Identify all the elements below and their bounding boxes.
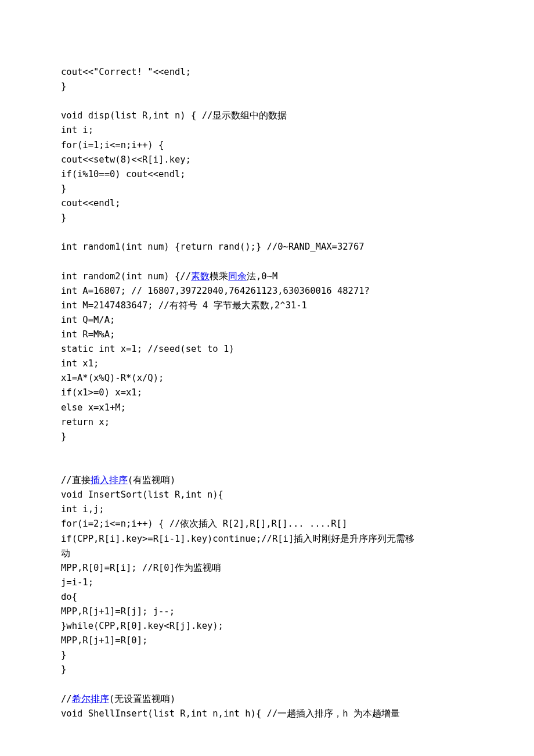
- code-text: int random1(int num) {return rand();} //…: [61, 242, 365, 252]
- code-line: //希尔排序(无设置监视哨): [61, 692, 473, 707]
- code-text: }: [61, 664, 66, 675]
- code-line: }: [61, 80, 473, 94]
- document-page: cout<<"Correct! "<<endl;} void disp(list…: [0, 0, 534, 756]
- code-line: [61, 254, 473, 269]
- code-text: if(i%10==0) cout<<endl;: [61, 169, 186, 179]
- code-text: MPP,R[j+1]=R[j]; j--;: [61, 606, 175, 617]
- code-line: void InsertSort(list R,int n){: [61, 488, 473, 502]
- code-line: void ShellInsert(list R,int n,int h){ //…: [61, 707, 473, 721]
- code-line: int M=2147483647; //有符号 4 字节最大素数,2^31-1: [61, 298, 473, 313]
- code-text: 模乘: [210, 271, 228, 282]
- code-line: int i,j;: [61, 502, 473, 517]
- code-block: cout<<"Correct! "<<endl;} void disp(list…: [61, 65, 473, 721]
- code-line: if(CPP,R[i].key>=R[i-1].key)continue;//R…: [61, 532, 473, 546]
- code-line: MPP,R[j+1]=R[0];: [61, 633, 473, 648]
- code-line: x1=A*(x%Q)-R*(x/Q);: [61, 371, 473, 386]
- code-text: int R=M%A;: [61, 329, 115, 340]
- code-text: int Q=M/A;: [61, 315, 115, 325]
- code-line: MPP,R[0]=R[i]; //R[0]作为监视哨: [61, 561, 473, 575]
- code-line: }: [61, 663, 473, 677]
- code-text: cout<<endl;: [61, 198, 121, 208]
- code-text: cout<<"Correct! "<<endl;: [61, 67, 191, 77]
- code-text: else x=x1+M;: [61, 402, 126, 413]
- code-line: [61, 678, 473, 692]
- code-text: for(i=1;i<=n;i++) {: [61, 140, 164, 150]
- code-line: int random1(int num) {return rand();} //…: [61, 240, 473, 254]
- code-line: int i;: [61, 123, 473, 138]
- code-line: }: [61, 648, 473, 663]
- link[interactable]: 希尔排序: [72, 694, 109, 704]
- code-line: [61, 459, 473, 473]
- code-text: MPP,R[j+1]=R[0];: [61, 635, 147, 646]
- code-text: }: [61, 213, 66, 223]
- code-text: MPP,R[0]=R[i]; //R[0]作为监视哨: [61, 563, 221, 573]
- code-line: //直接插入排序(有监视哨): [61, 473, 473, 488]
- code-text: }: [61, 81, 66, 92]
- code-line: int R=M%A;: [61, 327, 473, 342]
- code-text: }: [61, 650, 66, 660]
- code-text: for(i=2;i<=n;i++) { //依次插入 R[2],R[],R[].…: [61, 519, 347, 529]
- link[interactable]: 同余: [228, 271, 247, 282]
- code-line: return x;: [61, 415, 473, 430]
- code-line: int Q=M/A;: [61, 313, 473, 327]
- code-line: static int x=1; //seed(set to 1): [61, 342, 473, 357]
- code-line: else x=x1+M;: [61, 401, 473, 415]
- code-text: 法,0~M: [247, 271, 277, 282]
- code-text: if(x1>=0) x=x1;: [61, 387, 142, 398]
- code-text: (无设置监视哨): [109, 694, 176, 704]
- code-text: int i,j;: [61, 504, 104, 514]
- code-text: (有监视哨): [128, 475, 176, 485]
- code-line: int A=16807; // 16807,39722040,764261123…: [61, 284, 473, 298]
- code-line: j=i-1;: [61, 575, 473, 590]
- code-text: void disp(list R,int n) { //显示数组中的数据: [61, 110, 287, 121]
- code-line: if(x1>=0) x=x1;: [61, 386, 473, 400]
- code-line: void disp(list R,int n) { //显示数组中的数据: [61, 109, 473, 123]
- code-text: return x;: [61, 417, 110, 427]
- code-text: x1=A*(x%Q)-R*(x/Q);: [61, 373, 164, 383]
- code-text: }while(CPP,R[0].key<R[j].key);: [61, 621, 223, 631]
- code-text: int A=16807; // 16807,39722040,764261123…: [61, 286, 370, 296]
- code-line: 动: [61, 546, 473, 561]
- code-line: [61, 94, 473, 109]
- code-line: int random2(int num) {//素数模乘同余法,0~M: [61, 269, 473, 284]
- code-line: [61, 444, 473, 459]
- code-text: }: [61, 183, 66, 194]
- code-text: int i;: [61, 125, 93, 135]
- code-text: //直接: [61, 475, 91, 485]
- link[interactable]: 插入排序: [91, 475, 128, 485]
- code-line: int x1;: [61, 357, 473, 371]
- code-text: int M=2147483647; //有符号 4 字节最大素数,2^31-1: [61, 300, 307, 311]
- code-line: cout<<"Correct! "<<endl;: [61, 65, 473, 80]
- code-line: }: [61, 182, 473, 196]
- code-line: cout<<setw(8)<<R[i].key;: [61, 153, 473, 167]
- code-text: void InsertSort(list R,int n){: [61, 489, 223, 500]
- code-line: }: [61, 430, 473, 444]
- code-text: do{: [61, 592, 77, 602]
- code-text: cout<<setw(8)<<R[i].key;: [61, 154, 191, 165]
- code-text: int random2(int num) {//: [61, 271, 191, 282]
- code-text: void ShellInsert(list R,int n,int h){ //…: [61, 708, 400, 719]
- code-text: 动: [61, 548, 70, 559]
- code-line: MPP,R[j+1]=R[j]; j--;: [61, 604, 473, 619]
- code-line: for(i=1;i<=n;i++) {: [61, 138, 473, 153]
- code-line: cout<<endl;: [61, 196, 473, 211]
- code-line: if(i%10==0) cout<<endl;: [61, 167, 473, 182]
- code-text: j=i-1;: [61, 577, 93, 588]
- code-text: int x1;: [61, 358, 99, 369]
- code-line: for(i=2;i<=n;i++) { //依次插入 R[2],R[],R[].…: [61, 517, 473, 531]
- code-line: }: [61, 211, 473, 225]
- code-text: }: [61, 431, 66, 442]
- code-line: }while(CPP,R[0].key<R[j].key);: [61, 619, 473, 633]
- code-line: [61, 225, 473, 240]
- code-text: static int x=1; //seed(set to 1): [61, 344, 234, 354]
- code-line: do{: [61, 590, 473, 604]
- link[interactable]: 素数: [191, 271, 210, 282]
- code-text: //: [61, 694, 72, 704]
- code-text: if(CPP,R[i].key>=R[i-1].key)continue;//R…: [61, 534, 414, 544]
